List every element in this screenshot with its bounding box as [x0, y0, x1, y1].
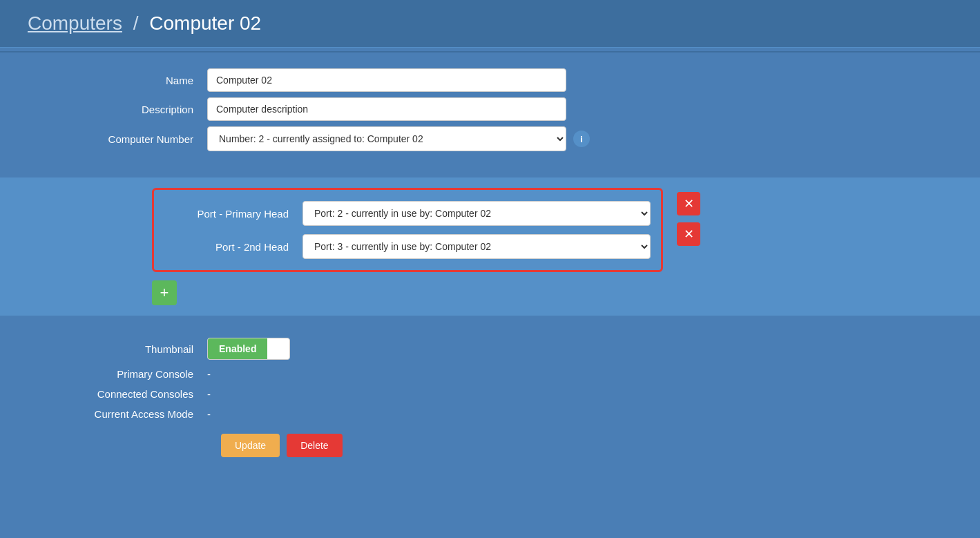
breadcrumb-separator: /	[133, 12, 139, 34]
info-section: Thumbnail Enabled Primary Console - Conn…	[0, 323, 980, 478]
add-button-row: +	[152, 280, 952, 305]
delete-button[interactable]: Delete	[287, 434, 342, 457]
header: Computers / Computer 02	[0, 0, 980, 48]
connected-consoles-value: -	[207, 388, 211, 400]
breadcrumb-parent[interactable]: Computers	[28, 12, 122, 34]
primary-console-label: Primary Console	[28, 368, 207, 380]
primary-console-value: -	[207, 368, 211, 380]
remove-buttons-col: ✕ ✕	[670, 188, 700, 246]
name-input[interactable]	[207, 68, 566, 92]
header-divider	[0, 51, 980, 52]
port-second-label: Port - 2nd Head	[164, 241, 302, 253]
port-second-select[interactable]: Port: 3 - currently in use by: Computer …	[302, 234, 651, 259]
computer-number-row: Computer Number Number: 2 - currently as…	[0, 126, 980, 151]
action-buttons-row: Update Delete	[193, 434, 980, 457]
connected-consoles-row: Connected Consoles -	[0, 388, 980, 400]
description-input[interactable]	[207, 97, 566, 121]
primary-console-row: Primary Console -	[0, 368, 980, 380]
computer-number-select[interactable]: Number: 2 - currently assigned to: Compu…	[207, 126, 566, 151]
thumbnail-row: Thumbnail Enabled	[0, 338, 980, 360]
computer-number-info-icon[interactable]: i	[573, 131, 590, 147]
thumbnail-label: Thumbnail	[28, 343, 207, 355]
port-primary-row: Port - Primary Head Port: 2 - currently …	[154, 197, 661, 230]
thumbnail-toggle[interactable]: Enabled	[207, 338, 290, 360]
description-label: Description	[28, 104, 207, 115]
computer-number-label: Computer Number	[28, 133, 207, 145]
port-primary-label: Port - Primary Head	[164, 208, 302, 220]
name-label: Name	[28, 75, 207, 86]
description-row: Description	[0, 97, 980, 121]
port-primary-select[interactable]: Port: 2 - currently in use by: Computer …	[302, 201, 651, 226]
current-access-mode-value: -	[207, 408, 211, 420]
thumbnail-disabled-button[interactable]	[267, 344, 289, 354]
form-section: Name Description Computer Number Number:…	[0, 56, 980, 171]
port-section: Port - Primary Head Port: 2 - currently …	[0, 177, 980, 316]
remove-second-button[interactable]: ✕	[677, 222, 700, 246]
current-access-mode-row: Current Access Mode -	[0, 408, 980, 420]
add-port-button[interactable]: +	[152, 280, 177, 305]
port-second-row: Port - 2nd Head Port: 3 - currently in u…	[154, 230, 661, 263]
port-group: Port - Primary Head Port: 2 - currently …	[152, 188, 663, 272]
remove-primary-button[interactable]: ✕	[677, 192, 700, 215]
current-access-mode-label: Current Access Mode	[28, 408, 207, 420]
breadcrumb-current: Computer 02	[149, 12, 261, 34]
update-button[interactable]: Update	[221, 434, 280, 457]
name-row: Name	[0, 68, 980, 92]
thumbnail-enabled-button[interactable]: Enabled	[208, 338, 267, 359]
connected-consoles-label: Connected Consoles	[28, 388, 207, 400]
breadcrumb: Computers / Computer 02	[28, 12, 952, 35]
